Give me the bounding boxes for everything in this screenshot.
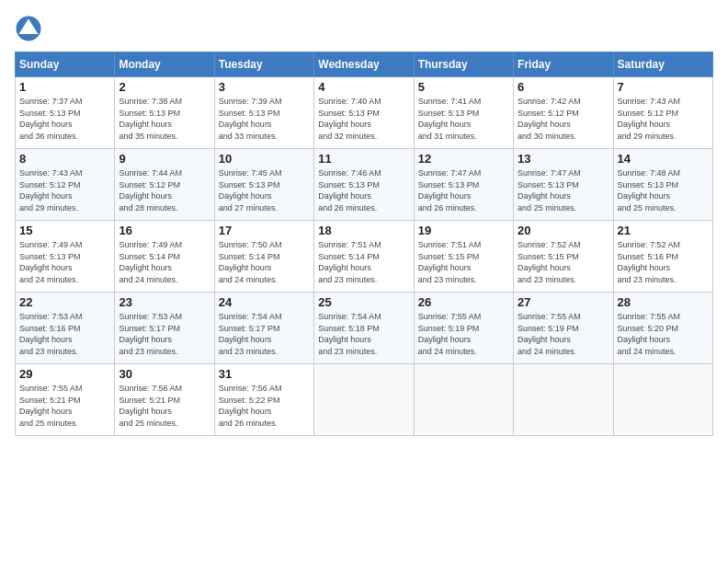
calendar-cell: 10 Sunrise: 7:45 AMSunset: 5:13 PMDaylig…	[214, 149, 313, 221]
day-info: Sunrise: 7:52 AMSunset: 5:16 PMDaylight …	[618, 240, 681, 284]
day-info: Sunrise: 7:37 AMSunset: 5:13 PMDaylight …	[19, 97, 83, 141]
calendar-cell: 18 Sunrise: 7:51 AMSunset: 5:14 PMDaylig…	[314, 221, 414, 293]
day-number: 29	[19, 367, 110, 381]
day-number: 11	[318, 152, 409, 166]
day-number: 23	[119, 295, 210, 309]
calendar-cell: 14 Sunrise: 7:48 AMSunset: 5:13 PMDaylig…	[613, 149, 712, 221]
day-info: Sunrise: 7:41 AMSunset: 5:13 PMDaylight …	[418, 97, 482, 141]
day-info: Sunrise: 7:51 AMSunset: 5:15 PMDaylight …	[418, 240, 482, 284]
calendar-cell: 4 Sunrise: 7:40 AMSunset: 5:13 PMDayligh…	[314, 77, 414, 149]
day-info: Sunrise: 7:50 AMSunset: 5:14 PMDaylight …	[219, 240, 282, 284]
calendar-cell: 7 Sunrise: 7:43 AMSunset: 5:12 PMDayligh…	[613, 77, 712, 149]
calendar-cell: 24 Sunrise: 7:54 AMSunset: 5:17 PMDaylig…	[214, 293, 313, 364]
day-number: 30	[119, 367, 210, 381]
day-header-thursday: Thursday	[414, 52, 513, 77]
day-header-saturday: Saturday	[613, 52, 712, 77]
calendar-cell: 8 Sunrise: 7:43 AMSunset: 5:12 PMDayligh…	[16, 149, 115, 221]
header	[15, 15, 713, 42]
day-info: Sunrise: 7:47 AMSunset: 5:13 PMDaylight …	[418, 168, 482, 213]
day-number: 13	[518, 152, 609, 166]
day-number: 31	[219, 367, 310, 381]
day-info: Sunrise: 7:55 AMSunset: 5:20 PMDaylight …	[618, 312, 681, 356]
day-number: 10	[219, 152, 310, 166]
calendar-row: 15 Sunrise: 7:49 AMSunset: 5:13 PMDaylig…	[16, 221, 713, 293]
day-number: 12	[418, 152, 509, 166]
day-number: 8	[19, 152, 110, 166]
day-info: Sunrise: 7:48 AMSunset: 5:13 PMDaylight …	[618, 168, 681, 213]
day-info: Sunrise: 7:44 AMSunset: 5:12 PMDaylight …	[119, 168, 182, 213]
day-number: 14	[618, 152, 709, 166]
calendar-cell: 23 Sunrise: 7:53 AMSunset: 5:17 PMDaylig…	[115, 293, 214, 364]
day-number: 7	[618, 80, 709, 94]
day-info: Sunrise: 7:49 AMSunset: 5:14 PMDaylight …	[119, 240, 182, 284]
day-info: Sunrise: 7:43 AMSunset: 5:12 PMDaylight …	[618, 97, 681, 141]
day-number: 4	[318, 80, 409, 94]
calendar-cell: 20 Sunrise: 7:52 AMSunset: 5:15 PMDaylig…	[514, 221, 613, 293]
day-header-tuesday: Tuesday	[214, 52, 313, 77]
calendar-row: 8 Sunrise: 7:43 AMSunset: 5:12 PMDayligh…	[16, 149, 713, 221]
day-info: Sunrise: 7:51 AMSunset: 5:14 PMDaylight …	[318, 240, 381, 284]
day-info: Sunrise: 7:55 AMSunset: 5:19 PMDaylight …	[418, 312, 482, 356]
calendar-row: 22 Sunrise: 7:53 AMSunset: 5:16 PMDaylig…	[16, 293, 713, 364]
calendar-cell: 6 Sunrise: 7:42 AMSunset: 5:12 PMDayligh…	[514, 77, 613, 149]
day-number: 17	[219, 224, 310, 237]
day-number: 21	[618, 224, 709, 237]
day-header-friday: Friday	[514, 52, 613, 77]
calendar-cell	[613, 364, 712, 436]
day-number: 22	[19, 295, 110, 309]
day-number: 5	[418, 80, 509, 94]
day-number: 26	[418, 295, 509, 309]
calendar-cell: 25 Sunrise: 7:54 AMSunset: 5:18 PMDaylig…	[314, 293, 414, 364]
calendar-cell	[314, 364, 414, 436]
calendar-cell: 13 Sunrise: 7:47 AMSunset: 5:13 PMDaylig…	[514, 149, 613, 221]
page-container: SundayMondayTuesdayWednesdayThursdayFrid…	[0, 0, 728, 443]
calendar-cell: 29 Sunrise: 7:55 AMSunset: 5:21 PMDaylig…	[16, 364, 115, 436]
day-info: Sunrise: 7:52 AMSunset: 5:15 PMDaylight …	[518, 240, 581, 284]
day-info: Sunrise: 7:42 AMSunset: 5:12 PMDaylight …	[518, 97, 581, 141]
calendar-cell: 31 Sunrise: 7:56 AMSunset: 5:22 PMDaylig…	[214, 364, 313, 436]
calendar-cell: 5 Sunrise: 7:41 AMSunset: 5:13 PMDayligh…	[414, 77, 513, 149]
day-info: Sunrise: 7:55 AMSunset: 5:21 PMDaylight …	[19, 384, 83, 428]
day-info: Sunrise: 7:43 AMSunset: 5:12 PMDaylight …	[19, 168, 83, 213]
day-info: Sunrise: 7:45 AMSunset: 5:13 PMDaylight …	[219, 168, 282, 213]
logo	[15, 15, 46, 42]
calendar-cell: 2 Sunrise: 7:38 AMSunset: 5:13 PMDayligh…	[115, 77, 214, 149]
day-number: 25	[318, 295, 409, 309]
calendar-cell: 15 Sunrise: 7:49 AMSunset: 5:13 PMDaylig…	[16, 221, 115, 293]
day-number: 2	[119, 80, 210, 94]
calendar-cell: 27 Sunrise: 7:55 AMSunset: 5:19 PMDaylig…	[514, 293, 613, 364]
calendar-cell: 11 Sunrise: 7:46 AMSunset: 5:13 PMDaylig…	[314, 149, 414, 221]
calendar-cell: 28 Sunrise: 7:55 AMSunset: 5:20 PMDaylig…	[613, 293, 712, 364]
day-info: Sunrise: 7:55 AMSunset: 5:19 PMDaylight …	[518, 312, 581, 356]
calendar-cell: 19 Sunrise: 7:51 AMSunset: 5:15 PMDaylig…	[414, 221, 513, 293]
day-info: Sunrise: 7:56 AMSunset: 5:21 PMDaylight …	[119, 384, 182, 428]
day-number: 27	[518, 295, 609, 309]
calendar-row: 29 Sunrise: 7:55 AMSunset: 5:21 PMDaylig…	[16, 364, 713, 436]
day-number: 16	[119, 224, 210, 237]
calendar-row: 1 Sunrise: 7:37 AMSunset: 5:13 PMDayligh…	[16, 77, 713, 149]
day-header-monday: Monday	[115, 52, 214, 77]
day-number: 3	[219, 80, 310, 94]
calendar-cell: 12 Sunrise: 7:47 AMSunset: 5:13 PMDaylig…	[414, 149, 513, 221]
day-header-wednesday: Wednesday	[314, 52, 414, 77]
calendar-cell: 1 Sunrise: 7:37 AMSunset: 5:13 PMDayligh…	[16, 77, 115, 149]
day-info: Sunrise: 7:56 AMSunset: 5:22 PMDaylight …	[219, 384, 282, 428]
day-number: 6	[518, 80, 609, 94]
day-info: Sunrise: 7:46 AMSunset: 5:13 PMDaylight …	[318, 168, 381, 213]
day-number: 24	[219, 295, 310, 309]
day-info: Sunrise: 7:47 AMSunset: 5:13 PMDaylight …	[518, 168, 581, 213]
calendar-cell: 26 Sunrise: 7:55 AMSunset: 5:19 PMDaylig…	[414, 293, 513, 364]
day-info: Sunrise: 7:39 AMSunset: 5:13 PMDaylight …	[219, 97, 282, 141]
day-info: Sunrise: 7:40 AMSunset: 5:13 PMDaylight …	[318, 97, 381, 141]
day-info: Sunrise: 7:49 AMSunset: 5:13 PMDaylight …	[19, 240, 83, 284]
day-number: 20	[518, 224, 609, 237]
calendar-cell: 22 Sunrise: 7:53 AMSunset: 5:16 PMDaylig…	[16, 293, 115, 364]
calendar-cell: 17 Sunrise: 7:50 AMSunset: 5:14 PMDaylig…	[214, 221, 313, 293]
day-number: 19	[418, 224, 509, 237]
calendar-cell: 9 Sunrise: 7:44 AMSunset: 5:12 PMDayligh…	[115, 149, 214, 221]
day-info: Sunrise: 7:38 AMSunset: 5:13 PMDaylight …	[119, 97, 182, 141]
calendar-table: SundayMondayTuesdayWednesdayThursdayFrid…	[15, 52, 713, 436]
day-info: Sunrise: 7:53 AMSunset: 5:17 PMDaylight …	[119, 312, 182, 356]
calendar-cell	[414, 364, 513, 436]
calendar-cell: 3 Sunrise: 7:39 AMSunset: 5:13 PMDayligh…	[214, 77, 313, 149]
